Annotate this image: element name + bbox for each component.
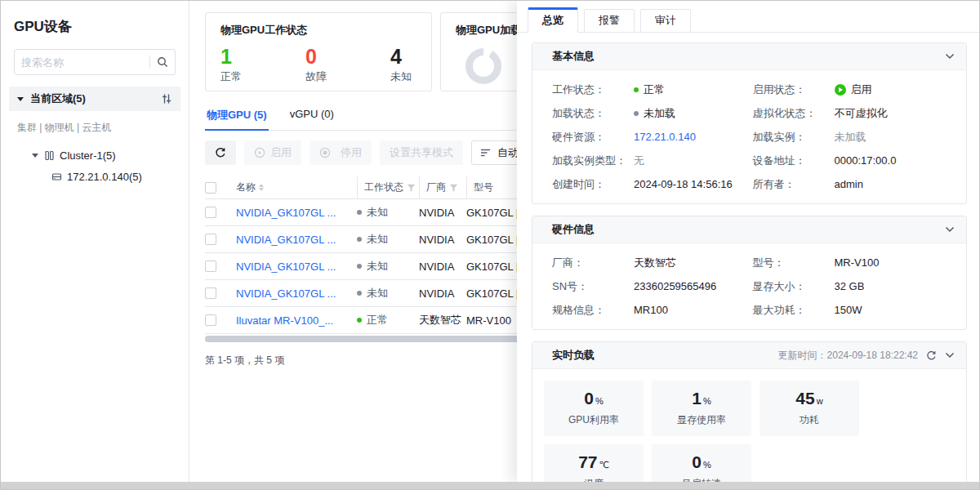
region-label: 当前区域(5) <box>30 91 86 106</box>
host-link[interactable]: 172.21.0.140 <box>634 131 696 143</box>
realtime-load-panel: 实时负载 更新时间：2024-09-18 18:22:42 0% <box>532 341 967 483</box>
hardware-info-header[interactable]: 硬件信息 <box>532 216 966 243</box>
disable-button[interactable]: 停用 <box>310 140 372 165</box>
vendor-cell: NVIDIA <box>419 207 466 219</box>
field-vendor: 厂商： 天数智芯 <box>552 251 753 274</box>
search-icon[interactable] <box>150 56 175 68</box>
field-load-status: 加载状态： 未加载 <box>552 101 753 125</box>
basic-info-panel: 基本信息 工作状态： 正常 启用状态： 启用 加载状态： <box>532 42 967 204</box>
status-dot <box>357 210 362 215</box>
refresh-icon[interactable] <box>926 350 937 361</box>
field-virtualization-status: 虚拟化状态： 不可虚拟化 <box>753 101 954 125</box>
enabled-play-icon <box>835 84 846 96</box>
search-box <box>14 49 176 75</box>
sidebar: GPU设备 当前区域(5) 集群 | 物理机 | 云主机 Cluster-1(5… <box>1 1 189 482</box>
detail-tabs: 总览 报警 审计 <box>517 1 980 33</box>
tree-node-cluster[interactable]: Cluster-1(5) <box>1 145 189 166</box>
gpu-detail-panel: 总览 报警 审计 基本信息 工作状态： 正常 <box>517 1 980 482</box>
stop-circle-icon <box>319 147 331 158</box>
vendor-cell: NVIDIA <box>419 287 466 300</box>
donut-chart <box>466 48 501 84</box>
metric-gpu-utilization: 0% GPU利用率 <box>544 381 644 436</box>
tab-vgpu[interactable]: vGPU (0) <box>288 108 336 130</box>
field-max-power: 最大功耗： 150W <box>753 298 954 322</box>
stat-fault: 0 故障 <box>305 46 327 84</box>
tab-alarm[interactable]: 报警 <box>584 9 635 33</box>
set-share-mode-button[interactable]: 设置共享模式 <box>380 140 463 165</box>
filter-sliders-icon[interactable] <box>161 93 172 105</box>
basic-info-header[interactable]: 基本信息 <box>532 43 966 70</box>
row-checkbox[interactable] <box>205 234 216 245</box>
field-load-instance: 加载实例： 未加载 <box>753 125 954 149</box>
tab-physical-gpu[interactable]: 物理GPU (5) <box>205 108 269 131</box>
gpu-device-app: GPU设备 当前区域(5) 集群 | 物理机 | 云主机 Cluster-1(5… <box>0 0 980 490</box>
vendor-cell: NVIDIA <box>419 234 466 246</box>
status-dot <box>357 318 362 323</box>
metric-vram-usage: 1% 显存使用率 <box>652 381 751 436</box>
field-hardware-resource: 硬件资源： 172.21.0.140 <box>552 125 753 149</box>
page-title: GPU设备 <box>1 1 189 36</box>
row-checkbox[interactable] <box>205 287 216 299</box>
gpu-name-link[interactable]: Iluvatar MR-V100_... <box>236 314 357 327</box>
status-cell: 未知 <box>357 205 419 220</box>
chevron-down-icon[interactable] <box>945 352 955 359</box>
field-enable-status: 启用状态： 启用 <box>753 78 954 101</box>
tab-audit[interactable]: 审计 <box>640 9 691 33</box>
field-model: 型号： MR-V100 <box>753 251 954 274</box>
sort-icon[interactable] <box>259 184 264 191</box>
field-work-status: 工作状态： 正常 <box>552 78 753 101</box>
gpu-name-link[interactable]: NVIDIA_GK107GL ... <box>236 234 357 246</box>
field-device-address: 设备地址： 0000:17:00.0 <box>753 149 954 172</box>
updated-time: 更新时间：2024-09-18 18:22:42 <box>778 349 918 363</box>
metric-temperature: 77℃ 温度 <box>544 444 644 483</box>
tab-overview[interactable]: 总览 <box>528 7 578 33</box>
status-cell: 未知 <box>357 232 419 247</box>
chevron-down-icon[interactable] <box>945 53 955 60</box>
gpu-name-link[interactable]: NVIDIA_GK107GL ... <box>236 261 357 273</box>
status-dot <box>357 291 362 296</box>
host-icon <box>51 172 62 182</box>
card-title: 物理GPU工作状态 <box>220 23 416 38</box>
filter-funnel-icon[interactable] <box>449 184 458 192</box>
metric-power: 45w 功耗 <box>760 381 859 436</box>
enable-button[interactable]: 启用 <box>244 140 301 165</box>
window-bottom-strip <box>1 482 979 489</box>
filter-funnel-icon[interactable] <box>407 184 416 192</box>
refresh-icon <box>215 147 226 158</box>
status-cell: 未知 <box>357 259 419 274</box>
metric-fan-speed: 0% 风扇转速 <box>652 444 751 483</box>
resource-type-filters[interactable]: 集群 | 物理机 | 云主机 <box>17 121 176 135</box>
host-label: 172.21.0.140(5) <box>67 171 142 183</box>
hardware-info-panel: 硬件信息 厂商： 天数智芯 型号： MR-V100 SN号： <box>532 216 967 330</box>
field-load-instance-type: 加载实例类型： 无 <box>552 149 753 172</box>
vendor-cell: 天数智芯 <box>419 313 466 327</box>
row-checkbox[interactable] <box>205 207 216 218</box>
caret-down-icon <box>32 154 38 158</box>
region-selector[interactable]: 当前区域(5) <box>9 87 180 111</box>
status-dot <box>357 237 362 242</box>
gpu-name-link[interactable]: NVIDIA_GK107GL ... <box>236 287 357 300</box>
row-checkbox[interactable] <box>205 261 216 272</box>
cluster-label: Cluster-1(5) <box>60 149 116 162</box>
select-all-checkbox[interactable] <box>205 182 216 194</box>
status-dot <box>357 264 362 269</box>
refresh-button[interactable] <box>205 140 236 165</box>
vendor-cell: NVIDIA <box>419 261 466 273</box>
play-circle-icon <box>254 147 265 158</box>
chevron-down-icon[interactable] <box>945 226 955 233</box>
status-cell: 未知 <box>357 286 419 301</box>
row-checkbox[interactable] <box>205 314 216 326</box>
caret-down-icon <box>17 97 24 101</box>
overview-content: 基本信息 工作状态： 正常 启用状态： 启用 加载状态： <box>517 33 980 483</box>
status-cell: 正常 <box>357 313 419 327</box>
realtime-load-header[interactable]: 实时负载 更新时间：2024-09-18 18:22:42 <box>532 342 966 369</box>
resource-tree: Cluster-1(5) 172.21.0.140(5) <box>1 145 189 187</box>
field-sn: SN号： 23360259565496 <box>552 274 753 298</box>
stat-normal: 1 正常 <box>220 46 242 84</box>
tree-node-host[interactable]: 172.21.0.140(5) <box>1 166 189 187</box>
gpu-name-link[interactable]: NVIDIA_GK107GL ... <box>236 207 357 219</box>
search-input[interactable] <box>15 56 149 69</box>
field-create-time: 创建时间： 2024-09-18 14:56:16 <box>552 172 753 196</box>
field-vram: 显存大小： 32 GB <box>753 274 954 298</box>
cluster-icon <box>44 150 55 161</box>
